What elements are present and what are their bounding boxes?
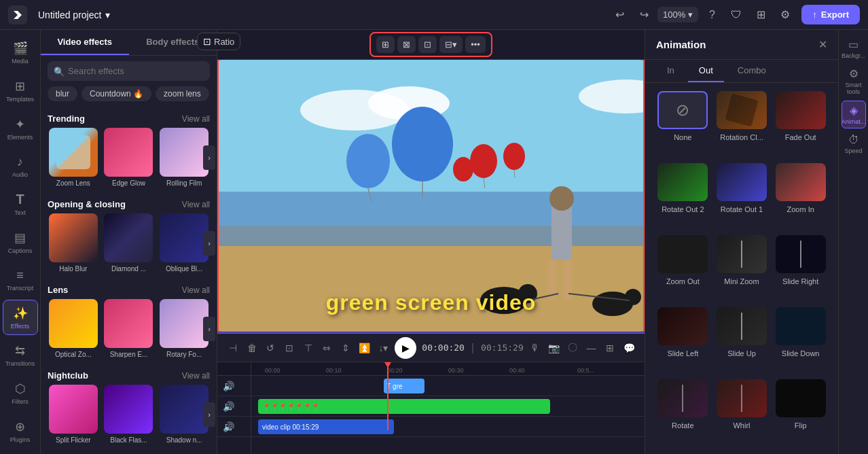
- tag-zoom-lens[interactable]: zoom lens: [156, 86, 209, 101]
- anim-item-whirl[interactable]: Whirl: [715, 379, 769, 446]
- opening-arrow[interactable]: ›: [203, 231, 215, 256]
- anim-thumb-slide-down: [776, 307, 826, 345]
- settings-button[interactable]: ⚙: [774, 4, 796, 26]
- sidebar-item-media[interactable]: 🎬 Media: [3, 35, 38, 71]
- sidebar-item-audio[interactable]: ♪ Audio: [3, 149, 38, 184]
- timeline-flip-v-btn[interactable]: ⇕: [337, 337, 355, 359]
- timeline-align-btn[interactable]: ⊣: [224, 337, 242, 359]
- search-input[interactable]: [48, 61, 210, 81]
- timeline-flip-h-btn[interactable]: ⇔: [319, 337, 336, 359]
- anim-tab-out[interactable]: Out: [688, 60, 724, 82]
- effect-sharpen[interactable]: Sharpen E...: [103, 299, 155, 358]
- lens-view-all[interactable]: View all: [182, 285, 210, 295]
- timeline-crop-btn[interactable]: ⊡: [281, 337, 298, 359]
- ratio-button[interactable]: ⊡ Ratio: [217, 33, 240, 50]
- export-button[interactable]: ↑ Export: [801, 5, 860, 24]
- sidebar-item-captions[interactable]: ▤ Captions: [3, 224, 38, 260]
- fullscreen-btn[interactable]: ⊞: [602, 337, 619, 359]
- timeline-split-btn[interactable]: ⊤: [300, 337, 317, 359]
- track-clip-video[interactable]: 📍📍📍📍📍📍📍: [258, 399, 550, 414]
- anim-item-rotate-out2[interactable]: Rotate Out 2: [656, 163, 710, 230]
- anim-item-zoom-in[interactable]: Zoom In: [774, 163, 827, 230]
- smart-tools-btn[interactable]: ⚙ Smart tools: [842, 65, 866, 98]
- tab-video-effects[interactable]: Video effects: [41, 30, 129, 55]
- undo-button[interactable]: ↩: [609, 4, 630, 26]
- background-btn[interactable]: ▭ Backgr...: [842, 35, 866, 62]
- lens-arrow[interactable]: ›: [203, 317, 215, 341]
- anim-item-none[interactable]: ⊘ None: [656, 91, 710, 158]
- sidebar-item-effects[interactable]: ✨ Effects: [3, 300, 38, 335]
- trending-view-all[interactable]: View all: [182, 114, 210, 124]
- topbar: Untitled project ▾ ↩ ↪ 100% ▾ ? 🛡 ⊞ ⚙ ↑ …: [0, 0, 868, 30]
- effect-split-flicker[interactable]: Split Flicker: [48, 385, 99, 444]
- effect-rotary-focus[interactable]: Rotary Fo...: [158, 299, 210, 358]
- timeline-delete-btn[interactable]: 🗑: [243, 337, 261, 359]
- main-layout: 🎬 Media ⊞ Templates ✦ Elements ♪ Audio T…: [0, 30, 868, 454]
- anim-item-fade-out[interactable]: Fade Out: [774, 91, 827, 158]
- project-name-dropdown[interactable]: Untitled project ▾: [33, 7, 115, 23]
- animation-close-button[interactable]: ✕: [818, 38, 827, 51]
- effect-shadow-n[interactable]: Shadow n...: [158, 385, 210, 444]
- anim-item-slide-down[interactable]: Slide Down: [774, 307, 827, 374]
- track-clip-text[interactable]: T gre: [384, 379, 424, 394]
- zoom-chevron: ▾: [688, 10, 693, 20]
- effect-halo-blur[interactable]: Halo Blur: [48, 213, 99, 273]
- anim-item-rotate[interactable]: Rotate: [656, 379, 710, 446]
- effect-edge-glow[interactable]: Edge Glow: [103, 128, 155, 187]
- shield-button[interactable]: 🛡: [725, 4, 747, 26]
- tag-countdown[interactable]: Countdown 🔥: [82, 86, 151, 101]
- anim-item-zoom-out[interactable]: Zoom Out: [656, 235, 710, 302]
- anim-item-slide-up[interactable]: Slide Up: [715, 307, 769, 374]
- canvas-tool-4[interactable]: ⊟▾: [439, 36, 463, 53]
- anim-label-whirl: Whirl: [733, 421, 750, 430]
- effect-zoom-lens[interactable]: Zoom Lens: [48, 128, 99, 187]
- camera-btn[interactable]: 📷: [545, 337, 562, 359]
- layout-button[interactable]: ⊞: [750, 4, 772, 26]
- anim-item-mini-zoom[interactable]: Mini Zoom: [715, 235, 769, 302]
- anim-tab-in[interactable]: In: [656, 60, 685, 82]
- speed-btn[interactable]: ⏱ Speed: [842, 131, 866, 157]
- canvas-tool-2[interactable]: ⊠: [397, 36, 416, 53]
- effect-oblique-blur[interactable]: Oblique Bl...: [158, 213, 210, 273]
- anim-item-slide-left[interactable]: Slide Left: [656, 307, 710, 374]
- vol-btn[interactable]: —: [583, 337, 600, 359]
- canvas-tool-1[interactable]: ⊞: [376, 36, 395, 53]
- mic-btn[interactable]: 🎙: [526, 337, 544, 359]
- canvas-tool-3[interactable]: ⊡: [418, 36, 437, 53]
- timeline-speed-btn[interactable]: ⏫: [356, 337, 374, 359]
- canvas-tool-more[interactable]: •••: [465, 36, 486, 53]
- sidebar-item-transcript[interactable]: ≡ Transcript: [3, 262, 38, 298]
- tag-blur[interactable]: blur: [48, 86, 77, 101]
- play-button[interactable]: ▶: [395, 337, 416, 359]
- help-button[interactable]: ?: [701, 4, 723, 26]
- sidebar-item-text[interactable]: T Text: [3, 187, 38, 222]
- anim-label-mini-zoom: Mini Zoom: [724, 277, 759, 285]
- timeline-download-btn[interactable]: ↓▾: [375, 337, 393, 359]
- sidebar-item-plugins[interactable]: ⊕ Plugins: [3, 413, 38, 449]
- trending-arrow[interactable]: ›: [203, 145, 215, 170]
- zoom-control[interactable]: 100% ▾: [657, 7, 698, 22]
- effect-black-flash[interactable]: Black Flas...: [103, 385, 155, 444]
- opening-view-all[interactable]: View all: [182, 200, 210, 209]
- anim-tab-combo[interactable]: Combo: [727, 60, 777, 82]
- section-nightclub-title: Nightclub: [48, 370, 88, 381]
- effect-optical-zoom[interactable]: Optical Zo...: [48, 299, 99, 358]
- effect-diamond[interactable]: Diamond ...: [103, 213, 155, 273]
- track-clip-audio[interactable]: video clip 00:15:29: [258, 419, 394, 434]
- voice-btn[interactable]: 〇: [564, 337, 581, 359]
- sidebar-item-transitions[interactable]: ⇆ Transitions: [3, 338, 38, 373]
- sidebar-item-elements[interactable]: ✦ Elements: [3, 111, 38, 146]
- effect-rolling-film[interactable]: Rolling Film: [158, 128, 210, 187]
- anim-item-rotation-cl[interactable]: Rotation Cl...: [715, 91, 769, 158]
- redo-button[interactable]: ↪: [633, 4, 655, 26]
- comment-btn[interactable]: 💬: [620, 337, 638, 359]
- animate-btn[interactable]: ◈ Animat...: [842, 101, 866, 128]
- anim-item-flip[interactable]: Flip: [774, 379, 827, 446]
- nightclub-arrow[interactable]: ›: [203, 402, 215, 427]
- sidebar-item-templates[interactable]: ⊞ Templates: [3, 73, 38, 109]
- anim-item-slide-right[interactable]: Slide Right: [774, 235, 827, 302]
- anim-item-rotate-out1[interactable]: Rotate Out 1: [715, 163, 769, 230]
- nightclub-view-all[interactable]: View all: [182, 371, 210, 381]
- timeline-loop-btn[interactable]: ↺: [261, 337, 279, 359]
- sidebar-item-filters[interactable]: ⬡ Filters: [3, 376, 38, 411]
